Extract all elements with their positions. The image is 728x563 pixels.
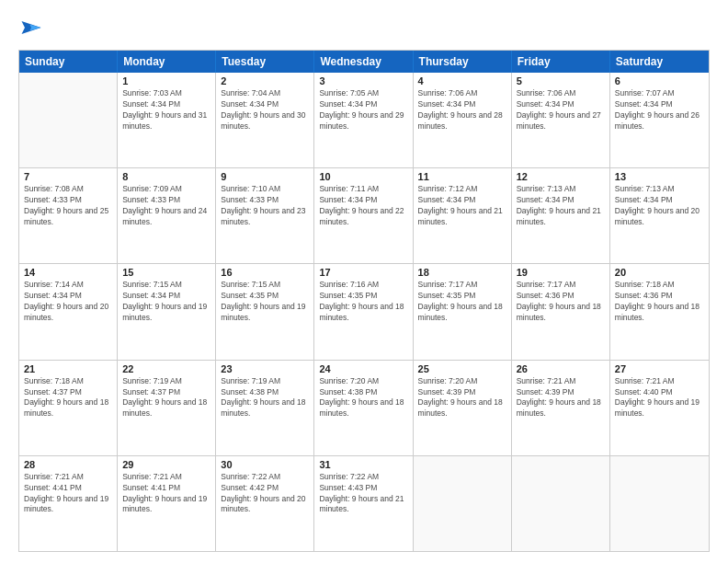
cell-info: Sunrise: 7:13 AMSunset: 4:34 PMDaylight:…: [517, 184, 605, 228]
calendar-cell: 9Sunrise: 7:10 AMSunset: 4:33 PMDaylight…: [216, 168, 314, 263]
calendar-header: SundayMondayTuesdayWednesdayThursdayFrid…: [19, 51, 709, 73]
calendar-week-4: 28Sunrise: 7:21 AMSunset: 4:41 PMDayligh…: [19, 456, 709, 551]
cell-info: Sunrise: 7:06 AMSunset: 4:34 PMDaylight:…: [418, 88, 506, 132]
calendar-cell: 4Sunrise: 7:06 AMSunset: 4:34 PMDaylight…: [414, 73, 512, 167]
cell-info: Sunrise: 7:19 AMSunset: 4:38 PMDaylight:…: [221, 376, 309, 420]
svg-marker-2: [29, 25, 40, 31]
cell-info: Sunrise: 7:12 AMSunset: 4:34 PMDaylight:…: [418, 184, 506, 228]
page: SundayMondayTuesdayWednesdayThursdayFrid…: [0, 0, 728, 563]
cell-date: 1: [122, 75, 210, 86]
cell-date: 28: [24, 459, 112, 470]
calendar-cell: 15Sunrise: 7:15 AMSunset: 4:34 PMDayligh…: [118, 264, 216, 359]
header-day-sunday: Sunday: [19, 51, 118, 73]
calendar-cell: 11Sunrise: 7:12 AMSunset: 4:34 PMDayligh…: [414, 168, 512, 263]
cell-date: 3: [319, 75, 407, 86]
cell-info: Sunrise: 7:17 AMSunset: 4:35 PMDaylight:…: [418, 280, 506, 324]
cell-date: 29: [122, 459, 210, 470]
cell-info: Sunrise: 7:15 AMSunset: 4:34 PMDaylight:…: [122, 280, 210, 324]
cell-date: 25: [418, 363, 506, 374]
cell-date: 21: [24, 363, 112, 374]
cell-date: 19: [517, 267, 605, 278]
cell-info: Sunrise: 7:10 AMSunset: 4:33 PMDaylight:…: [221, 184, 309, 228]
cell-info: Sunrise: 7:20 AMSunset: 4:39 PMDaylight:…: [418, 376, 506, 420]
cell-date: 12: [517, 171, 605, 182]
calendar-cell: 24Sunrise: 7:20 AMSunset: 4:38 PMDayligh…: [314, 361, 413, 455]
cell-info: Sunrise: 7:07 AMSunset: 4:34 PMDaylight:…: [615, 88, 704, 132]
calendar-cell: 27Sunrise: 7:21 AMSunset: 4:40 PMDayligh…: [610, 361, 709, 455]
cell-info: Sunrise: 7:21 AMSunset: 4:39 PMDaylight:…: [517, 376, 605, 420]
calendar-cell: 16Sunrise: 7:15 AMSunset: 4:35 PMDayligh…: [216, 264, 314, 359]
calendar-cell: [610, 456, 709, 551]
cell-info: Sunrise: 7:06 AMSunset: 4:34 PMDaylight:…: [517, 88, 605, 132]
calendar-cell: 12Sunrise: 7:13 AMSunset: 4:34 PMDayligh…: [512, 168, 610, 263]
calendar-cell: 23Sunrise: 7:19 AMSunset: 4:38 PMDayligh…: [216, 361, 314, 455]
cell-info: Sunrise: 7:20 AMSunset: 4:38 PMDaylight:…: [319, 376, 407, 420]
calendar-cell: 1Sunrise: 7:03 AMSunset: 4:34 PMDaylight…: [118, 73, 216, 167]
calendar-cell: 19Sunrise: 7:17 AMSunset: 4:36 PMDayligh…: [512, 264, 610, 359]
header-day-thursday: Thursday: [414, 51, 512, 73]
cell-date: 2: [221, 75, 309, 86]
calendar-cell: 28Sunrise: 7:21 AMSunset: 4:41 PMDayligh…: [19, 456, 118, 551]
cell-info: Sunrise: 7:04 AMSunset: 4:34 PMDaylight:…: [221, 88, 309, 132]
calendar-week-3: 21Sunrise: 7:18 AMSunset: 4:37 PMDayligh…: [19, 361, 709, 456]
cell-date: 16: [221, 267, 309, 278]
calendar-cell: 14Sunrise: 7:14 AMSunset: 4:34 PMDayligh…: [19, 264, 118, 359]
cell-date: 11: [418, 171, 506, 182]
header-day-wednesday: Wednesday: [314, 51, 413, 73]
calendar-cell: 18Sunrise: 7:17 AMSunset: 4:35 PMDayligh…: [414, 264, 512, 359]
cell-date: 6: [615, 75, 704, 86]
cell-date: 20: [615, 267, 704, 278]
calendar-cell: [19, 73, 118, 167]
calendar-week-0: 1Sunrise: 7:03 AMSunset: 4:34 PMDaylight…: [19, 73, 709, 168]
cell-date: 5: [517, 75, 605, 86]
cell-info: Sunrise: 7:14 AMSunset: 4:34 PMDaylight:…: [24, 280, 112, 324]
calendar-cell: 2Sunrise: 7:04 AMSunset: 4:34 PMDaylight…: [216, 73, 314, 167]
logo-icon: [18, 15, 44, 40]
cell-date: 14: [24, 267, 112, 278]
cell-date: 22: [122, 363, 210, 374]
cell-info: Sunrise: 7:03 AMSunset: 4:34 PMDaylight:…: [122, 88, 210, 132]
cell-date: 17: [319, 267, 407, 278]
logo: [18, 15, 48, 40]
cell-date: 31: [319, 459, 407, 470]
cell-info: Sunrise: 7:18 AMSunset: 4:36 PMDaylight:…: [615, 280, 704, 324]
calendar-week-2: 14Sunrise: 7:14 AMSunset: 4:34 PMDayligh…: [19, 264, 709, 360]
calendar-cell: 7Sunrise: 7:08 AMSunset: 4:33 PMDaylight…: [19, 168, 118, 263]
calendar-cell: 3Sunrise: 7:05 AMSunset: 4:34 PMDaylight…: [314, 73, 413, 167]
cell-date: 27: [615, 363, 704, 374]
calendar-cell: 13Sunrise: 7:13 AMSunset: 4:34 PMDayligh…: [610, 168, 709, 263]
calendar-cell: 10Sunrise: 7:11 AMSunset: 4:34 PMDayligh…: [314, 168, 413, 263]
calendar-cell: 26Sunrise: 7:21 AMSunset: 4:39 PMDayligh…: [512, 361, 610, 455]
cell-date: 26: [517, 363, 605, 374]
cell-info: Sunrise: 7:16 AMSunset: 4:35 PMDaylight:…: [319, 280, 407, 324]
calendar-cell: [512, 456, 610, 551]
cell-info: Sunrise: 7:18 AMSunset: 4:37 PMDaylight:…: [24, 376, 112, 420]
calendar-cell: 31Sunrise: 7:22 AMSunset: 4:43 PMDayligh…: [314, 456, 413, 551]
cell-date: 13: [615, 171, 704, 182]
cell-info: Sunrise: 7:17 AMSunset: 4:36 PMDaylight:…: [517, 280, 605, 324]
cell-info: Sunrise: 7:22 AMSunset: 4:43 PMDaylight:…: [319, 472, 407, 516]
header-day-monday: Monday: [118, 51, 216, 73]
cell-info: Sunrise: 7:15 AMSunset: 4:35 PMDaylight:…: [221, 280, 309, 324]
calendar-week-1: 7Sunrise: 7:08 AMSunset: 4:33 PMDaylight…: [19, 168, 709, 264]
cell-date: 8: [122, 171, 210, 182]
cell-date: 15: [122, 267, 210, 278]
calendar-container: SundayMondayTuesdayWednesdayThursdayFrid…: [18, 50, 710, 552]
cell-date: 7: [24, 171, 112, 182]
cell-date: 9: [221, 171, 309, 182]
cell-info: Sunrise: 7:08 AMSunset: 4:33 PMDaylight:…: [24, 184, 112, 228]
calendar-cell: 21Sunrise: 7:18 AMSunset: 4:37 PMDayligh…: [19, 361, 118, 455]
cell-date: 18: [418, 267, 506, 278]
calendar-cell: [414, 456, 512, 551]
calendar-body: 1Sunrise: 7:03 AMSunset: 4:34 PMDaylight…: [19, 73, 709, 551]
calendar-cell: 20Sunrise: 7:18 AMSunset: 4:36 PMDayligh…: [610, 264, 709, 359]
header-day-friday: Friday: [512, 51, 610, 73]
cell-info: Sunrise: 7:21 AMSunset: 4:41 PMDaylight:…: [122, 472, 210, 516]
header-day-saturday: Saturday: [610, 51, 709, 73]
calendar-cell: 8Sunrise: 7:09 AMSunset: 4:33 PMDaylight…: [118, 168, 216, 263]
calendar-cell: 22Sunrise: 7:19 AMSunset: 4:37 PMDayligh…: [118, 361, 216, 455]
header: [18, 15, 710, 40]
cell-date: 30: [221, 459, 309, 470]
cell-info: Sunrise: 7:19 AMSunset: 4:37 PMDaylight:…: [122, 376, 210, 420]
cell-date: 4: [418, 75, 506, 86]
